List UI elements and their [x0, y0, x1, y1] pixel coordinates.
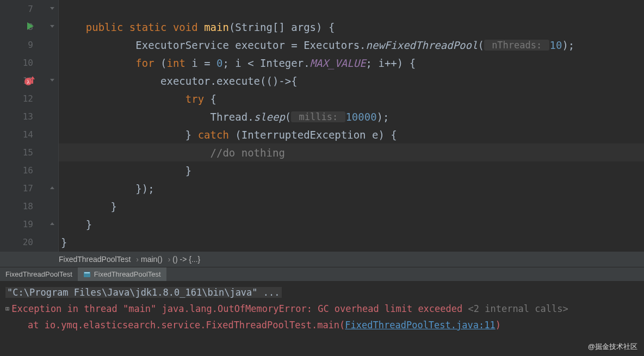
code-line[interactable]: } [59, 215, 644, 233]
code-line-active[interactable]: //do nothing [59, 143, 644, 161]
code-line[interactable]: } [59, 233, 644, 251]
gutter-row[interactable]: 12 [0, 90, 58, 108]
line-number: 19 [23, 219, 33, 229]
fold-up-icon[interactable] [48, 221, 56, 228]
line-number: 7 [28, 4, 33, 14]
gutter-row[interactable]: 14 [0, 126, 58, 143]
gutter-row[interactable]: 10 [0, 54, 58, 72]
gutter-row[interactable]: 16 [0, 161, 58, 179]
code-line[interactable]: Thread.sleep( millis: 10000); [59, 108, 644, 126]
line-number: 20 [23, 237, 33, 247]
stacktrace-link[interactable]: FixedThreadPoolTest.java:11 [345, 320, 495, 330]
code-line[interactable]: ExecutorService executor = Executors.new… [59, 36, 644, 54]
gutter-row[interactable]: 17 [0, 179, 58, 197]
fold-up-icon[interactable] [48, 185, 56, 192]
line-number: 15 [23, 147, 33, 158]
console-output[interactable]: "C:\Program Files\Java\jdk1.8.0_161\bin\… [0, 281, 644, 356]
code-line[interactable]: try { [59, 90, 644, 108]
code-line[interactable]: public static void main(String[] args) { [59, 18, 644, 36]
fold-icon[interactable] [48, 23, 56, 31]
gutter-row[interactable]: 9 [0, 36, 58, 54]
code-line[interactable] [59, 0, 644, 18]
code-line[interactable]: } [59, 161, 644, 179]
gutter-row[interactable]: 8 [0, 18, 58, 36]
console-error: ⊞Exception in thread "main" java.lang.Ou… [5, 301, 639, 317]
application-icon [83, 271, 91, 278]
gutter-row[interactable]: 19 [0, 215, 58, 233]
expand-icon[interactable]: ⊞ [5, 305, 9, 313]
parameter-hint: millis: [291, 111, 345, 122]
tab-run-config[interactable]: FixedThreadPoolTest [0, 267, 78, 281]
line-number: 9 [28, 40, 33, 50]
gutter-row[interactable]: 20 [0, 233, 58, 251]
code-line[interactable]: }); [59, 179, 644, 197]
gutter: 7 8 9 10 11 λ [0, 0, 59, 252]
gutter-row[interactable]: 13 [0, 108, 58, 126]
breadcrumb-separator: › [168, 255, 171, 264]
console-command: "C:\Program Files\Java\jdk1.8.0_161\bin\… [5, 284, 639, 301]
code-area[interactable]: public static void main(String[] args) {… [59, 0, 644, 252]
breadcrumb-item[interactable]: () -> {...} [172, 255, 200, 264]
console-stacktrace: at io.ymq.elasticsearch.service.FixedThr… [5, 317, 639, 333]
code-line[interactable]: } catch (InterruptedException e) { [59, 126, 644, 143]
breakpoint-lambda-icon[interactable]: λ [24, 75, 36, 87]
line-number: 17 [23, 183, 33, 193]
svg-text:λ: λ [27, 79, 30, 85]
code-line[interactable]: for (int i = 0; i < Integer.MAX_VALUE; i… [59, 54, 644, 72]
tab-run-config-active[interactable]: FixedThreadPoolTest [78, 267, 166, 281]
tab-label: FixedThreadPoolTest [5, 270, 72, 278]
fold-icon[interactable] [48, 5, 56, 13]
gutter-row[interactable]: 18 [0, 197, 58, 215]
tab-label: FixedThreadPoolTest [94, 270, 161, 278]
run-tabs: FixedThreadPoolTest FixedThreadPoolTest [0, 267, 644, 281]
line-number: 12 [23, 93, 33, 104]
breadcrumb: FixedThreadPoolTest › main() › () -> {..… [0, 252, 644, 267]
breadcrumb-item[interactable]: FixedThreadPoolTest [59, 255, 131, 264]
fold-icon[interactable] [48, 77, 56, 85]
line-number: 10 [23, 58, 33, 68]
svg-rect-3 [84, 272, 90, 273]
breadcrumb-item[interactable]: main() [141, 255, 163, 264]
code-line[interactable]: } [59, 197, 644, 215]
editor-area: 7 8 9 10 11 λ [0, 0, 644, 252]
gutter-row[interactable]: 11 λ [0, 72, 58, 90]
parameter-hint: nThreads: [484, 40, 550, 51]
code-line[interactable]: executor.execute(()->{ [59, 72, 644, 90]
line-number: 16 [23, 165, 33, 176]
watermark: @掘金技术社区 [588, 342, 637, 352]
breadcrumb-separator: › [136, 255, 139, 264]
run-icon[interactable] [27, 22, 34, 32]
line-number: 14 [23, 129, 33, 140]
line-number: 13 [23, 111, 33, 122]
gutter-row[interactable]: 15 [0, 143, 58, 161]
line-number: 18 [23, 201, 33, 211]
gutter-row[interactable]: 7 [0, 0, 58, 18]
